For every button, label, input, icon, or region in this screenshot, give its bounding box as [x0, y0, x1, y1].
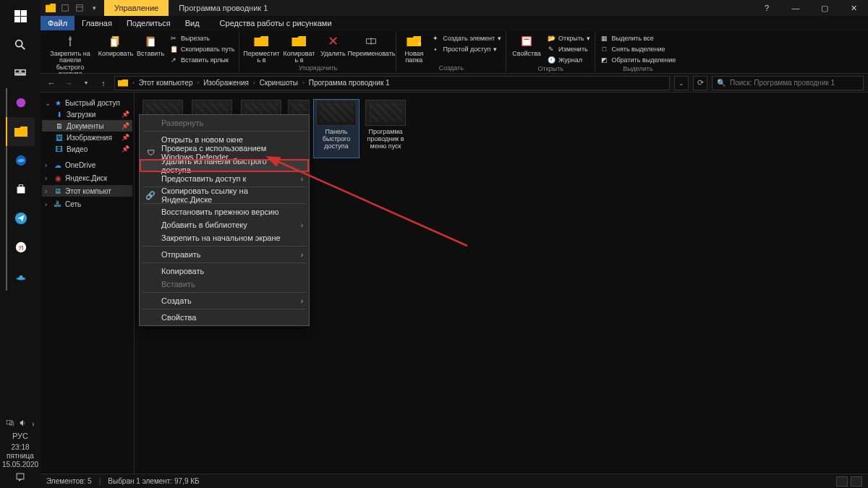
copy-path-button[interactable]: 📋Скопировать путь [169, 44, 234, 54]
explorer-icon[interactable] [6, 117, 35, 146]
delete-button[interactable]: ✕Удалить [319, 32, 346, 57]
store-icon[interactable] [6, 175, 35, 204]
select-none-button[interactable]: □Снять выделение [600, 44, 676, 54]
search-icon-small: 🔍 [717, 79, 726, 87]
sidebar-item-pictures[interactable]: 🖼Изображения📌 [42, 132, 132, 143]
context-menu-item[interactable]: Копировать [140, 265, 309, 278]
edge-icon[interactable] [6, 146, 35, 175]
properties-button[interactable]: Свойства [511, 32, 542, 57]
context-menu-item[interactable]: Свойства [140, 311, 309, 324]
new-item-button[interactable]: ✦Создать элемент ▾ [431, 33, 501, 43]
sidebar-item-documents[interactable]: 🗎Документы📌 [42, 120, 132, 132]
close-button[interactable]: ✕ [839, 0, 868, 16]
invert-selection-button[interactable]: ◩Обратить выделение [600, 55, 676, 65]
details-view-button[interactable] [836, 476, 848, 487]
tray-chevron-icon[interactable]: › [32, 420, 34, 428]
qat-item-2[interactable] [74, 2, 85, 14]
crumb-1[interactable]: Изображения [203, 79, 249, 87]
context-menu-item[interactable]: Отправить› [140, 248, 309, 261]
addr-dropdown[interactable]: ⌄ [674, 76, 689, 90]
context-menu-item[interactable]: Добавить в библиотеку› [140, 218, 309, 231]
svg-rect-17 [77, 5, 82, 11]
view-tab[interactable]: Вид [178, 16, 207, 30]
tray-volume-icon[interactable] [19, 419, 27, 429]
context-menu-separator [142, 292, 306, 293]
qat-item-1[interactable] [59, 2, 71, 14]
tray-screen-icon[interactable] [6, 419, 14, 429]
telegram-icon[interactable] [6, 204, 35, 233]
task-view-icon[interactable] [6, 59, 35, 88]
copy-button[interactable]: Копировать [100, 32, 132, 57]
context-menu-item[interactable]: Предоставить доступ к› [140, 172, 309, 185]
context-menu-item[interactable]: 🔗Скопировать ссылку на Яндекс.Диске [140, 189, 309, 202]
maximize-button[interactable]: ▢ [810, 0, 839, 16]
select-all-button[interactable]: ▦Выделить все [600, 33, 676, 43]
search-input[interactable]: 🔍 Поиск: Программа проводник 1 [712, 76, 864, 90]
file-item[interactable]: Панель быстрого доступа [314, 100, 359, 158]
recent-button[interactable]: ▾ [80, 77, 93, 90]
move-icon: → [252, 33, 271, 49]
invert-icon: ◩ [600, 56, 608, 64]
crumb-3[interactable]: Программа проводник 1 [309, 79, 390, 87]
pin-quick-access-button[interactable]: Закрепить на панели быстрого доступа [45, 32, 95, 78]
disk-icon: ◉ [54, 174, 62, 182]
submenu-arrow-icon: › [301, 221, 303, 229]
copy-to-button[interactable]: Копироват ь в [283, 32, 315, 64]
context-menu-item[interactable]: Восстановить прежнюю версию [140, 205, 309, 218]
file-tab[interactable]: Файл [41, 16, 75, 30]
action-center-icon[interactable] [15, 472, 25, 484]
app-icon-2[interactable] [6, 262, 35, 291]
lang-indicator[interactable]: РУС [12, 432, 28, 440]
file-item[interactable]: Программа проводник в меню пуск [363, 100, 408, 158]
svg-rect-20 [111, 38, 117, 46]
sidebar-item-videos[interactable]: 🎞Видео📌 [42, 143, 132, 155]
this-pc-node[interactable]: ›🖥Этот компьют [42, 185, 132, 197]
context-menu-label: Скопировать ссылку на Яндекс.Диске [161, 187, 293, 204]
history-button[interactable]: 🕘Журнал [547, 55, 590, 65]
share-tab[interactable]: Поделиться [119, 16, 178, 30]
copy-to-icon [289, 33, 308, 49]
back-button[interactable]: ← [45, 77, 58, 90]
network-node[interactable]: ›🖧Сеть [42, 198, 132, 210]
context-menu-item[interactable]: Удалить из панели быстрого доступа [140, 159, 309, 172]
paste-button[interactable]: Вставить [136, 32, 165, 57]
svg-text:Я: Я [18, 244, 23, 252]
quick-access-node[interactable]: ⌄★Быстрый доступ [42, 97, 132, 108]
context-menu-label: Вставить [161, 280, 195, 288]
clock[interactable]: 23:18 пятница 15.05.2020 [2, 443, 38, 469]
picture-tools-tab[interactable]: Средства работы с рисунками [213, 16, 339, 30]
icons-view-button[interactable] [851, 476, 862, 487]
yandex-disk-node[interactable]: ›◉Яндекс.Диск [42, 172, 132, 184]
breadcrumb[interactable]: › Этот компьютер› Изображения› Скриншоты… [114, 76, 670, 90]
context-menu-item[interactable]: Создать› [140, 294, 309, 307]
cut-button[interactable]: ✂Вырезать [169, 33, 234, 43]
context-menu-label: Добавить в библиотеку [161, 221, 247, 229]
breadcrumb-icon [118, 80, 128, 87]
move-to-button[interactable]: →Переместит ь в [244, 32, 278, 64]
edit-button[interactable]: ✎Изменить [547, 44, 590, 54]
context-menu-item[interactable]: Закрепить на начальном экране [140, 231, 309, 244]
browser-icon[interactable]: Я [6, 233, 35, 262]
paste-shortcut-button[interactable]: ↗Вставить ярлык [169, 55, 234, 65]
onedrive-node[interactable]: ›☁OneDrive [42, 159, 132, 171]
start-button[interactable] [6, 1, 35, 30]
up-button[interactable]: ↑ [97, 77, 110, 90]
search-icon[interactable] [6, 30, 35, 59]
qat-dropdown[interactable]: ▾ [88, 2, 100, 14]
app-icon-1[interactable] [6, 88, 35, 117]
open-button[interactable]: 📂Открыть ▾ [547, 33, 590, 43]
status-selected: Выбран 1 элемент: 97,9 КБ [108, 477, 199, 485]
help-button[interactable]: ? [752, 0, 781, 16]
forward-button[interactable]: → [62, 77, 75, 90]
home-tab[interactable]: Главная [75, 16, 119, 30]
rename-button[interactable]: Переименовать [351, 32, 391, 57]
crumb-2[interactable]: Скриншоты [260, 79, 298, 87]
sidebar-item-downloads[interactable]: ⬇Загрузки📌 [42, 108, 132, 120]
minimize-button[interactable]: — [781, 0, 810, 16]
easy-access-button[interactable]: ⭑Простой доступ ▾ [431, 44, 501, 54]
pictures-icon: 🖼 [55, 133, 64, 142]
crumb-0[interactable]: Этот компьютер [139, 79, 193, 87]
refresh-button[interactable]: ⟳ [693, 76, 707, 90]
new-folder-button[interactable]: ✦Новая папка [401, 32, 427, 64]
submenu-arrow-icon: › [301, 297, 303, 305]
